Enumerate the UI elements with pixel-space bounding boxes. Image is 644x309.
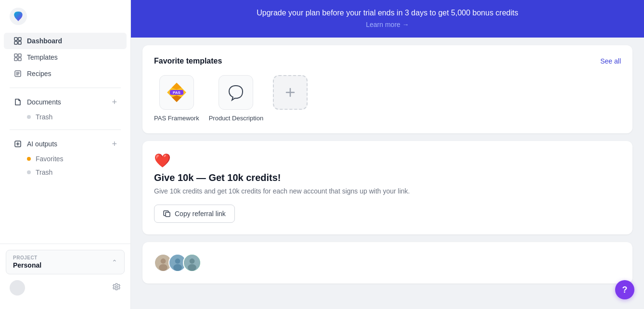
copy-icon [163, 210, 171, 218]
sidebar-item-templates[interactable]: Templates [4, 49, 127, 65]
social-proof-card [142, 242, 632, 283]
project-label-text: PROJECT [13, 255, 41, 260]
svg-text:PAS: PAS [173, 90, 181, 95]
referral-description: Give 10k credits and get 10k credits for… [154, 187, 621, 195]
learn-more-link[interactable]: Learn more → [366, 21, 409, 28]
documents-label: Documents [27, 98, 61, 106]
recipes-label: Recipes [27, 70, 52, 77]
sidebar-documents-trash[interactable]: Trash [4, 110, 127, 124]
template-pas-framework[interactable]: PAS PAS Framework [154, 75, 199, 122]
add-template-item[interactable] [273, 75, 308, 122]
avatar-3 [183, 254, 201, 272]
svg-point-21 [175, 258, 180, 264]
user-avatar[interactable] [10, 280, 25, 296]
avatars-row [154, 254, 621, 272]
banner-title: Upgrade your plan before your trial ends… [142, 9, 632, 17]
sidebar: Dashboard Templates Recipes Documents [0, 0, 131, 309]
ai-trash-label: Trash [36, 168, 52, 176]
help-button[interactable]: ? [615, 280, 634, 299]
templates-label: Templates [27, 53, 58, 61]
divider-2 [10, 129, 121, 130]
sidebar-ai-trash[interactable]: Trash [4, 166, 127, 179]
documents-trash-label: Trash [36, 113, 52, 121]
referral-title: Give 10k — Get 10k credits! [154, 172, 621, 183]
svg-rect-5 [14, 54, 17, 57]
pas-icon-wrapper: PAS [159, 75, 194, 110]
svg-point-24 [190, 258, 195, 264]
add-ai-output-icon[interactable]: + [112, 140, 117, 148]
sidebar-ai-outputs-section[interactable]: AI outputs + [4, 136, 127, 152]
svg-point-22 [173, 264, 182, 271]
svg-rect-1 [14, 38, 17, 40]
gear-icon[interactable] [112, 283, 121, 293]
ai-outputs-label: AI outputs [27, 140, 57, 148]
product-description-icon [225, 82, 246, 103]
svg-rect-3 [14, 41, 17, 44]
main-content: Upgrade your plan before your trial ends… [131, 0, 644, 309]
sidebar-ai-favorites[interactable]: Favorites [4, 152, 127, 166]
svg-rect-6 [18, 54, 21, 57]
copy-referral-label: Copy referral link [175, 210, 226, 218]
upgrade-banner: Upgrade your plan before your trial ends… [131, 0, 644, 38]
divider-1 [10, 88, 121, 88]
ai-favorites-label: Favorites [36, 155, 64, 163]
dashboard-label: Dashboard [27, 37, 62, 45]
avatar-3-image [184, 255, 200, 271]
copy-referral-btn[interactable]: Copy referral link [154, 205, 235, 223]
favorites-dot [27, 157, 31, 161]
app-logo [10, 8, 27, 25]
svg-rect-2 [18, 38, 21, 40]
sidebar-nav: Dashboard Templates Recipes Documents [0, 33, 130, 244]
template-product-description[interactable]: Product Description [209, 75, 263, 122]
pas-framework-label: PAS Framework [154, 115, 199, 122]
chevron-icon: ⌃ [112, 258, 117, 266]
product-description-label: Product Description [209, 115, 263, 122]
referral-card: ❤️ Give 10k — Get 10k credits! Give 10k … [142, 141, 632, 234]
svg-rect-4 [18, 41, 21, 44]
add-document-icon[interactable]: + [112, 98, 117, 106]
project-selector[interactable]: PROJECT Personal ⌃ [6, 250, 125, 274]
project-name: Personal [13, 261, 41, 269]
templates-card-header: Favorite templates See all [154, 57, 621, 65]
templates-grid: PAS PAS Framework Product Description [154, 75, 621, 122]
svg-point-25 [188, 264, 196, 271]
ai-trash-dot [27, 170, 31, 174]
add-template-btn[interactable] [273, 75, 308, 110]
see-all-link[interactable]: See all [600, 57, 621, 65]
product-desc-icon-wrapper [219, 75, 253, 110]
svg-rect-8 [18, 58, 21, 61]
recipes-icon [13, 69, 22, 78]
logo-container [0, 8, 130, 33]
trash-dot [27, 115, 31, 119]
svg-point-18 [161, 258, 166, 264]
sidebar-bottom: PROJECT Personal ⌃ [0, 244, 130, 301]
pas-framework-icon: PAS [165, 81, 188, 104]
document-icon [13, 98, 22, 106]
grid-icon [13, 37, 22, 45]
help-label: ? [622, 285, 628, 295]
sidebar-item-dashboard[interactable]: Dashboard [4, 33, 127, 49]
cards-container: Favorite templates See all PAS [131, 38, 644, 291]
templates-card-title: Favorite templates [154, 57, 222, 65]
ai-outputs-icon [13, 140, 22, 148]
svg-rect-7 [14, 58, 17, 61]
templates-icon [13, 53, 22, 62]
sidebar-item-recipes[interactable]: Recipes [4, 65, 127, 82]
svg-point-19 [159, 264, 167, 271]
sidebar-documents-section[interactable]: Documents + [4, 94, 127, 110]
sidebar-footer [0, 274, 130, 296]
plus-icon [283, 86, 297, 99]
heart-icon: ❤️ [154, 153, 621, 168]
svg-rect-16 [166, 212, 170, 217]
favorite-templates-card: Favorite templates See all PAS [142, 45, 632, 133]
